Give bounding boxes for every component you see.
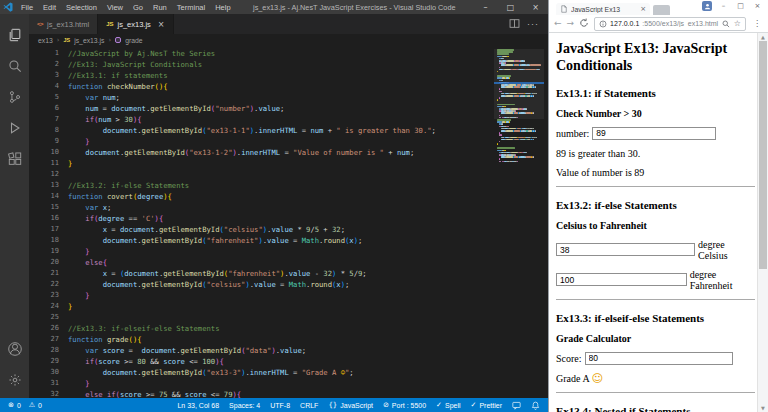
status-errors-count[interactable]: ⊗0 [8, 401, 21, 409]
editor-tab-js_ex13.html[interactable]: <>js_ex13.html [29, 14, 98, 34]
code-line-23[interactable]: 23 } [29, 290, 492, 301]
code-line-9[interactable]: 9 } [29, 136, 492, 147]
zoom-icon[interactable] [722, 20, 730, 28]
close-button[interactable]: × [523, 0, 548, 14]
new-tab-button[interactable] [653, 5, 670, 15]
number-input[interactable] [592, 127, 716, 140]
bookmark-star-icon[interactable]: ☆ [734, 19, 741, 28]
code-line-32[interactable]: 32 else if(score >= 75 && score <= 79){ [29, 389, 492, 398]
code-line-3[interactable]: 3//Ex13.1: if statements [29, 70, 492, 81]
status-prettier[interactable]: ✓Prettier [471, 401, 502, 409]
editor-tab-js_ex13.js[interactable]: JSjs_ex13.js× [98, 14, 173, 34]
status-cursor-position[interactable]: Ln 33, Col 68 [177, 402, 219, 409]
code-line-10[interactable]: 10 document.getElementById("ex13-1-2").i… [29, 147, 492, 158]
menu-help[interactable]: Help [210, 3, 235, 12]
code-line-17[interactable]: 17 x = document.getElementById("celsius"… [29, 224, 492, 235]
status-indentation[interactable]: Spaces: 4 [229, 402, 260, 409]
status-spell-checker[interactable]: ✓Spell [436, 401, 460, 409]
status-encoding[interactable]: UTF-8 [270, 402, 290, 409]
browser-menu-icon[interactable]: ⋮ [751, 19, 763, 28]
code-line-20[interactable]: 20 else{ [29, 257, 492, 268]
notifications-bell-icon[interactable] [531, 401, 540, 410]
status-warnings-count[interactable]: ⚠0 [29, 401, 42, 409]
status-language-mode[interactable]: {}JavaScript [328, 401, 373, 409]
browser-minimize-button[interactable]: – [715, 2, 732, 10]
code-editor[interactable]: 1//JavaScript by Aj.NesT the Series2//Ex… [29, 46, 548, 398]
tab-close-icon[interactable]: × [640, 5, 646, 13]
minimize-button[interactable]: – [473, 0, 498, 14]
score-input[interactable] [585, 352, 733, 365]
info-icon[interactable] [599, 20, 607, 28]
split-editor-icon[interactable] [509, 15, 520, 33]
scrollbar-thumb[interactable] [759, 41, 767, 269]
menu-selection[interactable]: Selection [61, 3, 102, 12]
menu-file[interactable]: File [16, 3, 38, 12]
tabbar-actions: ··· [509, 14, 548, 34]
menu-view[interactable]: View [102, 3, 128, 12]
menu-terminal[interactable]: Terminal [172, 3, 210, 12]
browser-tab[interactable]: JavaScript Ex13 × [556, 3, 650, 15]
code-line-4[interactable]: 4function checkNumber(){ [29, 81, 492, 92]
code-line-16[interactable]: 16 if(degree == 'C'){ [29, 213, 492, 224]
line-number: 22 [29, 279, 68, 290]
reload-icon[interactable] [579, 18, 589, 30]
browser-maximize-button[interactable]: □ [732, 2, 749, 10]
code-line-29[interactable]: 29 if(score >= 80 && score <= 100){ [29, 356, 492, 367]
code-line-22[interactable]: 22 document.getElementById("celsius").va… [29, 279, 492, 290]
code-line-25[interactable]: 25 [29, 312, 492, 323]
back-button[interactable]: ← [554, 19, 562, 28]
code-line-5[interactable]: 5 var num; [29, 92, 492, 103]
scroll-down-icon[interactable]: ▼ [758, 404, 768, 412]
scroll-up-icon[interactable]: ▲ [758, 33, 768, 41]
settings-gear-icon[interactable] [0, 364, 29, 395]
code-line-18[interactable]: 18 document.getElementById("fahrenheit")… [29, 235, 492, 246]
code-line-26[interactable]: 26//Ex13.3: if-elseif-else Statements [29, 323, 492, 334]
menu-edit[interactable]: Edit [38, 3, 61, 12]
code-line-11[interactable]: 11} [29, 158, 492, 169]
menu-go[interactable]: Go [128, 3, 148, 12]
status-eol-sequence[interactable]: CRLF [300, 402, 318, 409]
account-icon[interactable] [0, 333, 29, 364]
status-live-server-port[interactable]: ⊘Port : 5500 [383, 401, 426, 409]
minimap[interactable] [497, 49, 541, 163]
code-line-13[interactable]: 13//Ex13.2: if-else Statements [29, 180, 492, 191]
code-line-12[interactable]: 12 [29, 169, 492, 180]
run-debug-icon[interactable] [0, 112, 29, 143]
code-text: x = (document.getElementById("fahrenheit… [68, 268, 367, 279]
code-line-30[interactable]: 30 document.getElementById("ex13-3").inn… [29, 367, 492, 378]
forward-button[interactable]: → [567, 19, 575, 28]
explorer-icon[interactable] [0, 19, 29, 50]
fahrenheit-input[interactable] [556, 273, 687, 286]
address-bar[interactable]: 127.0.0.1 :5500/ex13/js_ex13.html ☆ [594, 17, 746, 31]
source-control-icon[interactable] [0, 81, 29, 112]
code-line-28[interactable]: 28 var score = document.getElementById("… [29, 345, 492, 356]
code-line-24[interactable]: 24} [29, 301, 492, 312]
feedback-icon[interactable] [512, 401, 521, 410]
maximize-button[interactable]: □ [498, 0, 523, 14]
code-line-31[interactable]: 31 } [29, 378, 492, 389]
breadcrumb-item-grade[interactable]: grade [125, 37, 142, 44]
tab-close-icon[interactable]: × [158, 20, 165, 29]
result-text: Value of number is 89 [556, 167, 755, 178]
code-line-19[interactable]: 19 } [29, 246, 492, 257]
profile-avatar[interactable] [702, 1, 712, 11]
code-line-8[interactable]: 8 document.getElementById("ex13-1-1").in… [29, 125, 492, 136]
breadcrumb-item-js_ex13.js[interactable]: js_ex13.js [74, 37, 104, 44]
code-line-14[interactable]: 14function covert(degree){ [29, 191, 492, 202]
menu-run[interactable]: Run [148, 3, 172, 12]
code-line-27[interactable]: 27function grade(){ [29, 334, 492, 345]
section-divider [556, 186, 755, 187]
browser-close-button[interactable]: × [749, 2, 766, 10]
search-icon[interactable] [0, 50, 29, 81]
code-line-6[interactable]: 6 num = document.getElementById("number"… [29, 103, 492, 114]
code-line-2[interactable]: 2//Ex13: JavaScript Conditionals [29, 59, 492, 70]
celsius-input[interactable] [556, 243, 695, 256]
breadcrumb-item-ex13[interactable]: ex13 [38, 37, 53, 44]
code-line-21[interactable]: 21 x = (document.getElementById("fahrenh… [29, 268, 492, 279]
code-line-15[interactable]: 15 var x; [29, 202, 492, 213]
code-line-1[interactable]: 1//JavaScript by Aj.NesT the Series [29, 48, 492, 59]
more-actions-icon[interactable]: ··· [527, 19, 539, 29]
browser-scrollbar[interactable]: ▲ ▼ [757, 33, 768, 412]
extensions-icon[interactable] [0, 143, 29, 174]
code-line-7[interactable]: 7 if(num > 30){ [29, 114, 492, 125]
